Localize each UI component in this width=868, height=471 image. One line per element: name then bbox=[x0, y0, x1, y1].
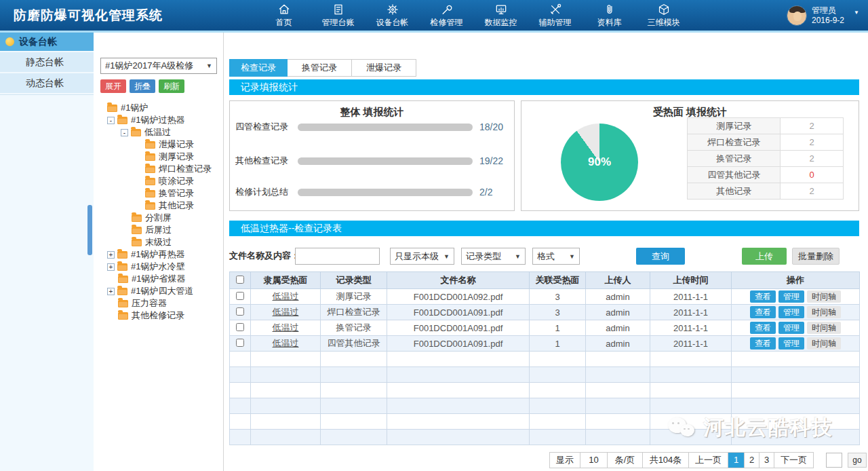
completion-pie-chart: 90% bbox=[561, 124, 638, 201]
select-all-checkbox[interactable] bbox=[236, 276, 244, 284]
tab-inspection-records[interactable]: 检查记录 bbox=[229, 59, 288, 77]
tree-node[interactable]: 焊口检查记录 bbox=[94, 163, 222, 175]
tree-node[interactable]: +#1锅炉四大管道 bbox=[94, 285, 222, 297]
scope-select[interactable]: 只显示本级 ▼ bbox=[390, 248, 454, 265]
prev-page-button[interactable]: 上一页 bbox=[688, 453, 728, 468]
tree-node[interactable]: +#1锅炉再热器 bbox=[94, 248, 222, 261]
record-type-select[interactable]: 记录类型 ▼ bbox=[461, 248, 526, 265]
user-menu-caret-icon[interactable]: ▼ bbox=[854, 10, 859, 16]
tree-node[interactable]: 后屏过 bbox=[94, 224, 222, 236]
tree-node[interactable]: 分割屏 bbox=[94, 212, 222, 224]
progress-value: 18/20 bbox=[479, 121, 503, 132]
view-button[interactable]: 查看 bbox=[750, 322, 776, 334]
view-button[interactable]: 查看 bbox=[750, 337, 776, 350]
timeline-button[interactable]: 时间轴 bbox=[807, 290, 841, 303]
next-page-button[interactable]: 下一页 bbox=[774, 453, 813, 468]
tab-tube-replacement-records[interactable]: 换管记录 bbox=[288, 59, 352, 77]
nav-item-maintenance[interactable]: 检修管理 bbox=[425, 0, 469, 31]
monitor-icon bbox=[494, 3, 508, 16]
sidebar-item-static-ledger[interactable]: 静态台帐 bbox=[0, 52, 94, 72]
expand-toggle-icon[interactable]: + bbox=[107, 251, 115, 259]
tree-node[interactable]: 测厚记录 bbox=[94, 151, 222, 163]
timeline-button[interactable]: 时间轴 bbox=[807, 306, 841, 318]
nav-item-label: 数据监控 bbox=[485, 17, 517, 29]
row-checkbox[interactable] bbox=[236, 307, 244, 316]
page-number-1[interactable]: 1 bbox=[728, 453, 744, 468]
folder-icon bbox=[131, 129, 141, 136]
file-name-cell: F001DCD001A091.pdf bbox=[387, 305, 530, 320]
expand-toggle-icon[interactable]: + bbox=[107, 263, 115, 271]
tab-explosion-records[interactable]: 泄爆记录 bbox=[352, 59, 416, 77]
stat-row: 四管其他记录0 bbox=[688, 167, 844, 183]
nav-item-label: 检修管理 bbox=[431, 17, 463, 29]
nav-item-library[interactable]: 资料库 bbox=[587, 0, 631, 31]
nav-item-management-ledger[interactable]: 管理台账 bbox=[316, 0, 360, 31]
manage-button[interactable]: 管理 bbox=[778, 337, 804, 350]
file-name-cell: F001DCD001A091.pdf bbox=[387, 320, 530, 336]
tree-node[interactable]: 泄爆记录 bbox=[94, 138, 222, 151]
tree-node[interactable]: +#1锅炉水冷壁 bbox=[94, 261, 222, 273]
go-button[interactable]: go bbox=[848, 453, 867, 468]
collapse-all-button[interactable]: 折叠 bbox=[130, 79, 155, 93]
records-table: 隶属受热面 记录类型 文件名称 关联受热面 上传人 上传时间 操作 低温过 测厚… bbox=[229, 271, 860, 445]
nav-item-home[interactable]: 首页 bbox=[262, 0, 306, 31]
row-checkbox[interactable] bbox=[236, 323, 244, 331]
sidebar-item-equipment-ledger[interactable]: 设备台帐 bbox=[0, 33, 94, 51]
page-size-value[interactable]: 10 bbox=[580, 453, 607, 468]
manage-button[interactable]: 管理 bbox=[778, 322, 804, 334]
tree-node[interactable]: 压力容器 bbox=[94, 297, 222, 309]
surface-link[interactable]: 低温过 bbox=[251, 336, 321, 352]
user-menu[interactable]: 管理员 2016-9-2 ▼ bbox=[787, 0, 859, 31]
tree-node[interactable]: -#1锅炉过热器 bbox=[94, 114, 222, 126]
tree-node[interactable]: 换管记录 bbox=[94, 187, 222, 200]
refresh-button[interactable]: 刷新 bbox=[159, 79, 184, 93]
manage-button[interactable]: 管理 bbox=[778, 290, 804, 303]
timeline-button[interactable]: 时间轴 bbox=[807, 337, 841, 350]
upload-button[interactable]: 上传 bbox=[742, 248, 787, 265]
stat-row: 测厚记录2 bbox=[688, 118, 844, 134]
tree-node[interactable]: -低温过 bbox=[94, 126, 222, 138]
view-button[interactable]: 查看 bbox=[750, 306, 776, 318]
row-checkbox[interactable] bbox=[236, 292, 244, 300]
tree-scrollbar-thumb[interactable] bbox=[87, 205, 92, 255]
tree-node-label: 泄爆记录 bbox=[159, 138, 194, 151]
repair-round-select[interactable]: #1锅炉2017年A级检修 ▼ bbox=[100, 58, 217, 74]
page-number-3[interactable]: 3 bbox=[759, 453, 774, 468]
manage-button[interactable]: 管理 bbox=[778, 306, 804, 318]
upload-time-cell: 2011-1-1 bbox=[650, 289, 732, 305]
nav-item-3d-module[interactable]: 三维模块 bbox=[642, 0, 686, 31]
tree-node[interactable]: 喷涂记录 bbox=[94, 175, 222, 187]
upload-time-cell: 2011-1-1 bbox=[650, 305, 732, 320]
collapse-toggle-icon[interactable]: - bbox=[121, 129, 128, 136]
collapse-toggle-icon[interactable]: - bbox=[107, 117, 115, 124]
tree-node[interactable]: 末级过 bbox=[94, 236, 222, 248]
tree-node[interactable]: #1锅炉省煤器 bbox=[94, 273, 222, 285]
sidebar-item-dynamic-ledger[interactable]: 动态台帐 bbox=[0, 73, 94, 93]
row-checkbox[interactable] bbox=[236, 339, 244, 347]
search-button[interactable]: 查询 bbox=[636, 248, 685, 265]
expand-all-button[interactable]: 展开 bbox=[100, 79, 126, 93]
format-select[interactable]: 格式 ▼ bbox=[532, 248, 580, 265]
goto-page-input[interactable] bbox=[826, 453, 842, 468]
surface-link[interactable]: 低温过 bbox=[251, 320, 321, 336]
expand-toggle-icon[interactable]: + bbox=[107, 288, 115, 295]
column-header: 文件名称 bbox=[387, 272, 530, 289]
tree-node[interactable]: 其他检修记录 bbox=[94, 309, 222, 322]
sidebar: 设备台帐 静态台帐 动态台帐 bbox=[0, 33, 94, 471]
nav-item-assist-management[interactable]: 辅助管理 bbox=[533, 0, 577, 31]
surface-link[interactable]: 低温过 bbox=[251, 289, 321, 305]
timeline-button[interactable]: 时间轴 bbox=[807, 322, 841, 334]
tree-node-label: 低温过 bbox=[144, 126, 171, 138]
page-number-2[interactable]: 2 bbox=[744, 453, 759, 468]
tree-node-label: 测厚记录 bbox=[159, 151, 194, 163]
tree-node[interactable]: 其他记录 bbox=[94, 200, 222, 212]
empty-table-row bbox=[230, 398, 860, 414]
view-button[interactable]: 查看 bbox=[750, 290, 776, 303]
nav-item-data-monitor[interactable]: 数据监控 bbox=[479, 0, 523, 31]
tree-node[interactable]: #1锅炉 bbox=[94, 102, 222, 114]
linked-surface-cell: 1 bbox=[530, 320, 586, 336]
nav-item-equipment-ledger[interactable]: 设备台帐 bbox=[370, 0, 414, 31]
batch-delete-button[interactable]: 批量删除 bbox=[792, 248, 840, 265]
keyword-input[interactable] bbox=[295, 248, 380, 265]
surface-link[interactable]: 低温过 bbox=[251, 305, 321, 320]
